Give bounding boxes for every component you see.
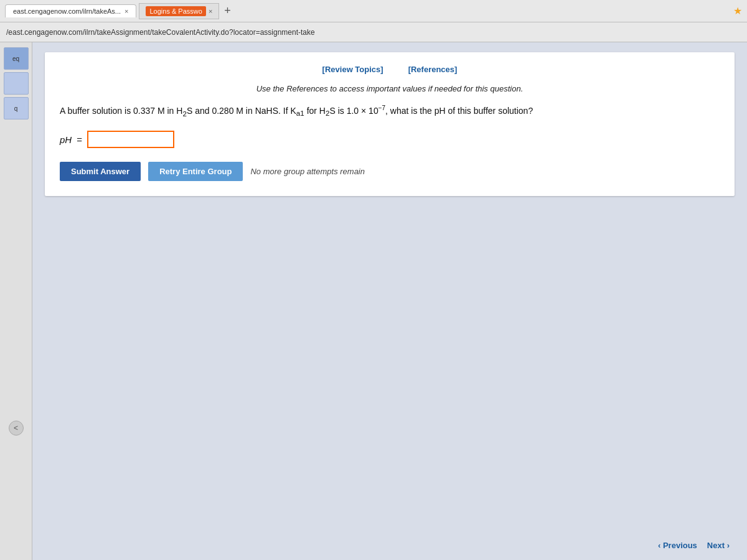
question-part2: S and 0.280 M in NaHS. If K xyxy=(187,106,296,116)
question-text: A buffer solution is 0.337 M in H2S and … xyxy=(60,103,720,119)
sidebar-item-blank[interactable] xyxy=(4,72,29,95)
sidebar: eq q < xyxy=(0,42,32,560)
ph-input[interactable] xyxy=(87,131,174,148)
exponent: −7 xyxy=(378,105,385,111)
browser-chrome: east.cengagenow.com/ilrn/takeAs... × Log… xyxy=(0,0,747,22)
reference-note: Use the References to access important v… xyxy=(60,84,720,93)
ph-equals: = xyxy=(77,134,82,145)
main-content: [Review Topics] [References] Use the Ref… xyxy=(32,42,747,560)
previous-label: Previous xyxy=(663,541,697,550)
sidebar-item-q-label: q xyxy=(14,105,18,112)
bottom-nav: ‹ Previous Next › xyxy=(658,541,730,550)
logins-tab-label: Logins & Passwo xyxy=(146,6,205,16)
browser-actions: ★ xyxy=(733,5,742,17)
retry-entire-group-button[interactable]: Retry Entire Group xyxy=(148,162,243,181)
chevron-left-icon: < xyxy=(14,424,18,432)
previous-link[interactable]: ‹ Previous xyxy=(658,541,697,550)
button-row: Submit Answer Retry Entire Group No more… xyxy=(60,162,720,181)
bookmark-star-icon[interactable]: ★ xyxy=(733,5,742,17)
submit-answer-button[interactable]: Submit Answer xyxy=(60,162,141,181)
chevron-right-nav-icon: › xyxy=(725,541,730,550)
question-part1: A buffer solution is 0.337 M in H xyxy=(60,106,182,116)
question-part4: S is 1.0 × 10 xyxy=(329,106,378,116)
active-tab[interactable]: east.cengagenow.com/ilrn/takeAs... × xyxy=(5,4,136,17)
sidebar-item-eq-label: eq xyxy=(12,55,19,62)
address-bar[interactable]: /east.cengagenow.com/ilrn/takeAssignment… xyxy=(0,22,747,42)
next-label: Next xyxy=(707,541,725,550)
no-attempts-text: No more group attempts remain xyxy=(250,167,365,176)
content-paper: [Review Topics] [References] Use the Ref… xyxy=(45,52,735,196)
active-tab-close[interactable]: × xyxy=(125,7,128,15)
active-tab-label: east.cengagenow.com/ilrn/takeAs... xyxy=(13,7,121,15)
logins-tab[interactable]: Logins & Passwo × xyxy=(139,3,219,19)
new-tab-button[interactable]: + xyxy=(222,4,233,17)
logins-tab-close[interactable]: × xyxy=(209,7,212,15)
question-part5: , what is the pH of this buffer solution… xyxy=(385,106,533,116)
ph-label: pH xyxy=(60,134,72,145)
question-part3: for H xyxy=(304,106,326,116)
chevron-left-nav-icon: ‹ xyxy=(658,541,663,550)
references-link[interactable]: [References] xyxy=(408,65,458,74)
ph-input-row: pH = xyxy=(60,131,720,148)
sidebar-item-q[interactable]: q xyxy=(4,97,29,119)
review-topics-link[interactable]: [Review Topics] xyxy=(322,65,383,74)
tab-strip: east.cengagenow.com/ilrn/takeAs... × Log… xyxy=(5,3,730,19)
collapse-sidebar-button[interactable]: < xyxy=(9,421,24,436)
next-link[interactable]: Next › xyxy=(707,541,730,550)
url-text: /east.cengagenow.com/ilrn/takeAssignment… xyxy=(6,28,315,37)
ka1-subscript: a1 xyxy=(296,109,304,117)
top-links-row: [Review Topics] [References] xyxy=(60,65,720,77)
page-wrapper: eq q < [Review Topics] [References] Use … xyxy=(0,42,747,560)
sidebar-item-eq[interactable]: eq xyxy=(4,47,29,70)
